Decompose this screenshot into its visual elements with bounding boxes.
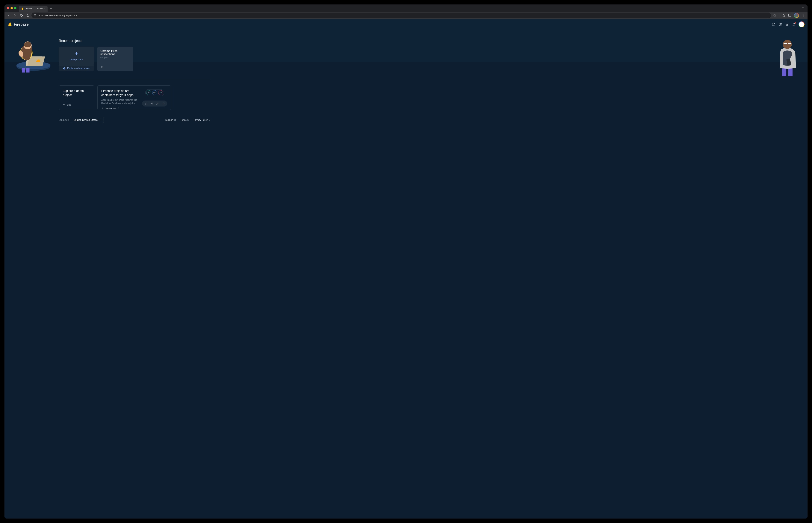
svg-point-16	[780, 25, 780, 25]
tabs-dropdown-button[interactable]	[801, 6, 805, 10]
project-name: Chrome Push notifications	[100, 49, 130, 56]
app-header: Firebase	[4, 19, 808, 30]
ios-circle-icon: iOS+	[152, 90, 157, 95]
external-link-icon	[208, 119, 211, 121]
web-platform-icon	[100, 65, 130, 69]
analytics-icon	[145, 102, 148, 105]
footer-separator: ·	[191, 119, 192, 121]
auth-icon	[156, 102, 159, 105]
learn-more-label: Learn more	[105, 107, 116, 109]
project-id: crx-push	[100, 56, 130, 59]
svg-point-38	[158, 103, 158, 103]
svg-point-36	[152, 103, 152, 104]
platforms-pill: iOS+	[145, 89, 164, 96]
page-content: Firebase	[4, 19, 808, 519]
svg-point-4	[803, 15, 804, 16]
svg-rect-24	[22, 68, 25, 73]
page-footer: Language English (United States) Support…	[59, 117, 211, 123]
language-select[interactable]: English (United States)	[71, 117, 104, 123]
tab-bar: Firebase console ×	[4, 4, 808, 12]
platforms-graphic: iOS+	[142, 89, 167, 107]
theme-toggle-button[interactable]	[772, 22, 776, 26]
support-link[interactable]: Support	[165, 119, 176, 121]
terms-link[interactable]: Terms	[180, 119, 189, 121]
explore-demo-card[interactable]: Explore a demo project iOS+	[59, 85, 94, 110]
firebase-logo[interactable]: Firebase	[7, 22, 29, 27]
android-circle-icon	[146, 90, 151, 95]
new-tab-button[interactable]	[49, 6, 54, 11]
toolbar-right	[773, 13, 805, 18]
svg-point-3	[803, 14, 804, 15]
help-button[interactable]	[778, 22, 782, 26]
notifications-button[interactable]	[792, 22, 796, 26]
hero-illustration-right	[774, 37, 802, 74]
toolbar: https://console.firebase.google.com/	[4, 12, 808, 19]
svg-rect-30	[789, 68, 793, 76]
reload-button[interactable]	[19, 13, 24, 18]
plus-icon	[74, 51, 79, 56]
containers-desc: Apps in a project share features like Re…	[101, 98, 138, 105]
svg-rect-25	[26, 68, 30, 73]
extensions-icon[interactable]	[773, 14, 777, 17]
ios-label: iOS+	[67, 104, 72, 107]
browser-window: Firebase console × https://	[4, 4, 808, 519]
notification-badge	[794, 22, 796, 24]
project-cards-row: Add project Explore a demo project Chrom…	[59, 47, 211, 71]
containers-info-card: Firebase projects are containers for you…	[98, 85, 171, 110]
back-button[interactable]	[6, 13, 11, 18]
cloud-icon	[162, 102, 165, 105]
footer-separator: ·	[178, 119, 178, 121]
tab-title: Firebase console	[25, 7, 42, 10]
firebase-logo-icon	[7, 22, 12, 27]
lightbulb-icon	[101, 107, 104, 109]
add-project-card: Add project Explore a demo project	[59, 47, 94, 71]
external-link-icon	[187, 119, 189, 121]
forward-button[interactable]	[12, 13, 18, 18]
close-tab-button[interactable]: ×	[44, 7, 46, 10]
svg-rect-34	[788, 43, 791, 44]
url-text: https://console.firebase.google.com/	[38, 14, 77, 17]
language-label: Language	[59, 119, 69, 121]
recent-projects-heading: Recent projects	[59, 39, 211, 43]
explore-demo-link[interactable]: Explore a demo project	[59, 65, 94, 71]
language-value: English (United States)	[73, 119, 98, 121]
compass-icon	[63, 67, 66, 70]
config-icon	[151, 102, 153, 105]
explore-demo-title: Explore a demo project	[63, 89, 90, 97]
svg-point-37	[157, 103, 158, 103]
side-panel-icon[interactable]	[788, 14, 791, 17]
project-card[interactable]: Chrome Push notifications crx-push	[98, 47, 133, 71]
privacy-link[interactable]: Privacy Policy	[194, 119, 211, 121]
add-project-label: Add project	[70, 58, 83, 61]
brand-text: Firebase	[14, 22, 29, 26]
docs-button[interactable]	[785, 22, 789, 26]
containers-title: Firebase projects are containers for you…	[101, 89, 138, 97]
external-link-icon	[118, 107, 120, 109]
account-button[interactable]	[798, 21, 805, 27]
home-button[interactable]	[25, 13, 30, 18]
address-bar[interactable]: https://console.firebase.google.com/	[32, 13, 771, 18]
window-controls	[7, 7, 17, 9]
svg-rect-33	[783, 43, 787, 44]
profile-button[interactable]	[794, 13, 799, 18]
close-window-button[interactable]	[7, 7, 9, 9]
main-column: Recent projects Add project Explore a de…	[59, 30, 211, 130]
hero-illustration-left	[12, 36, 51, 73]
external-link-icon	[174, 119, 176, 121]
android-icon	[63, 104, 65, 107]
svg-rect-1	[789, 14, 791, 17]
site-info-icon[interactable]	[34, 14, 36, 17]
svg-rect-17	[786, 23, 788, 25]
labs-icon[interactable]	[782, 14, 785, 17]
firebase-favicon-icon	[21, 7, 24, 10]
svg-point-5	[803, 16, 804, 17]
divider	[59, 80, 211, 80]
browser-tab[interactable]: Firebase console ×	[19, 6, 48, 12]
browser-menu-icon[interactable]	[801, 14, 805, 17]
svg-rect-29	[782, 68, 786, 76]
explore-demo-label: Explore a demo project	[67, 67, 90, 70]
maximize-window-button[interactable]	[14, 7, 17, 9]
add-project-button[interactable]: Add project	[59, 47, 94, 65]
learn-more-link[interactable]: Learn more	[101, 107, 138, 109]
minimize-window-button[interactable]	[11, 7, 13, 9]
